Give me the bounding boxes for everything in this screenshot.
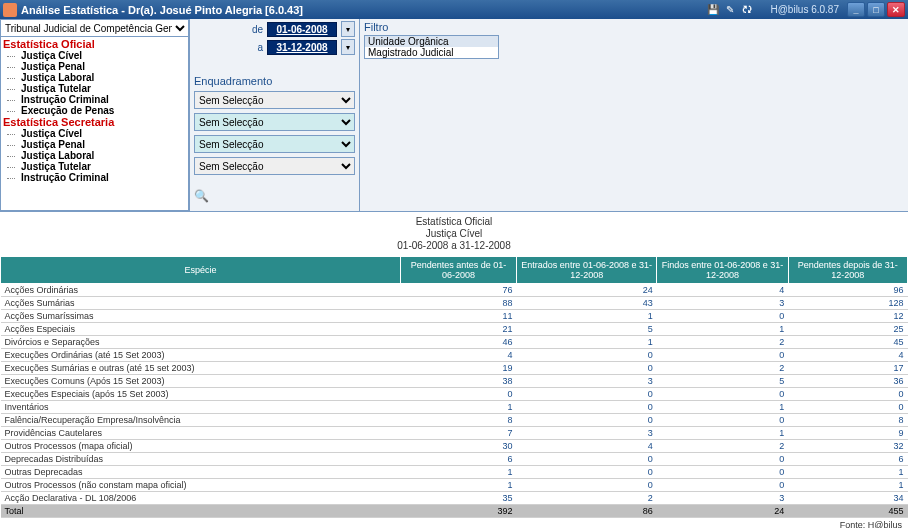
row-value: 0: [516, 479, 656, 492]
stat-tree[interactable]: Estatística Oficial Justiça Cível Justiç…: [0, 37, 189, 211]
row-label: Execuções Comuns (Após 15 Set 2003): [1, 375, 401, 388]
enq-select-3[interactable]: Sem Selecção: [194, 135, 355, 153]
enq-select-4[interactable]: Sem Selecção: [194, 157, 355, 175]
date-to-field[interactable]: 31-12-2008: [267, 40, 337, 55]
row-value: 19: [401, 362, 517, 375]
tree-item[interactable]: Justiça Cível: [3, 50, 186, 61]
row-value: 1: [657, 427, 788, 440]
row-value: 2: [657, 336, 788, 349]
row-value: 25: [788, 323, 907, 336]
row-value: 5: [657, 375, 788, 388]
enq-select-2[interactable]: Sem Selecção: [194, 113, 355, 131]
table-row: Outros Processos (não constam mapa ofici…: [1, 479, 908, 492]
table-row: Divórcios e Separações461245: [1, 336, 908, 349]
report-title-1: Estatística Oficial: [0, 216, 908, 228]
report-title-3: 01-06-2008 a 31-12-2008: [0, 240, 908, 252]
table-row: Acções Especiais215125: [1, 323, 908, 336]
row-value: 0: [657, 466, 788, 479]
table-total-row: Total3928624455: [1, 505, 908, 518]
enq-select-1[interactable]: Sem Selecção: [194, 91, 355, 109]
report-table: Espécie Pendentes antes de 01-06-2008 En…: [0, 256, 908, 518]
table-row: Outros Processos (mapa oficial)304232: [1, 440, 908, 453]
row-label: Divórcios e Separações: [1, 336, 401, 349]
row-value: 46: [401, 336, 517, 349]
row-value: 0: [657, 453, 788, 466]
row-value: 1: [516, 310, 656, 323]
row-value: 0: [516, 362, 656, 375]
filtro-item[interactable]: Unidade Orgânica: [365, 36, 498, 47]
row-value: 4: [788, 349, 907, 362]
minimize-button[interactable]: _: [847, 2, 865, 17]
tree-item[interactable]: Instrução Criminal: [3, 94, 186, 105]
window-title: Análise Estatística - Dr(a). Josué Pinto…: [21, 4, 706, 16]
titlebar: Análise Estatística - Dr(a). Josué Pinto…: [0, 0, 908, 19]
tree-item[interactable]: Justiça Penal: [3, 139, 186, 150]
tree-item[interactable]: Justiça Tutelar: [3, 83, 186, 94]
row-value: 0: [788, 401, 907, 414]
row-value: 17: [788, 362, 907, 375]
date-from-field[interactable]: 01-06-2008: [267, 22, 337, 37]
tree-group-secretaria[interactable]: Estatística Secretaria: [3, 116, 186, 128]
tree-item[interactable]: Justiça Tutelar: [3, 161, 186, 172]
filtro-list[interactable]: Unidade Orgânica Magistrado Judicial: [364, 35, 499, 59]
row-value: 35: [401, 492, 517, 505]
row-label: Acções Especiais: [1, 323, 401, 336]
date-from-label: de: [252, 24, 263, 35]
date-to-picker-icon[interactable]: ▾: [341, 39, 355, 55]
row-value: 0: [657, 388, 788, 401]
refresh-icon[interactable]: 🗘: [740, 3, 754, 17]
table-row: Deprecadas Distribuídas6006: [1, 453, 908, 466]
row-value: 32: [788, 440, 907, 453]
row-value: 34: [788, 492, 907, 505]
maximize-button[interactable]: □: [867, 2, 885, 17]
row-value: 2: [516, 492, 656, 505]
table-row: Providências Cautelares7319: [1, 427, 908, 440]
row-value: 128: [788, 297, 907, 310]
row-value: 1: [788, 479, 907, 492]
tree-item[interactable]: Justiça Laboral: [3, 72, 186, 83]
app-icon: [3, 3, 17, 17]
row-value: 11: [401, 310, 517, 323]
row-value: 3: [657, 297, 788, 310]
report-title-2: Justiça Cível: [0, 228, 908, 240]
date-from-picker-icon[interactable]: ▾: [341, 21, 355, 37]
table-row: Outras Deprecadas1001: [1, 466, 908, 479]
row-value: 2: [657, 440, 788, 453]
date-panel: de 01-06-2008 ▾ a 31-12-2008 ▾ Enquadram…: [190, 19, 360, 211]
row-value: 76: [401, 284, 517, 297]
table-row: Acções Sumárias88433128: [1, 297, 908, 310]
tree-item[interactable]: Execução de Penas: [3, 105, 186, 116]
row-value: 4: [657, 284, 788, 297]
col-especie: Espécie: [1, 257, 401, 284]
tree-item[interactable]: Instrução Criminal: [3, 172, 186, 183]
tree-item[interactable]: Justiça Penal: [3, 61, 186, 72]
filtro-item[interactable]: Magistrado Judicial: [365, 47, 498, 58]
row-value: 3: [516, 427, 656, 440]
total-value: 86: [516, 505, 656, 518]
tree-item[interactable]: Justiça Cível: [3, 128, 186, 139]
row-value: 0: [657, 479, 788, 492]
tree-group-oficial[interactable]: Estatística Oficial: [3, 38, 186, 50]
row-value: 0: [401, 388, 517, 401]
col-pend-depois: Pendentes depois de 31-12-2008: [788, 257, 907, 284]
table-row: Execuções Comuns (Após 15 Set 2003)38353…: [1, 375, 908, 388]
search-icon[interactable]: 🔍: [194, 189, 209, 203]
row-label: Outros Processos (mapa oficial): [1, 440, 401, 453]
col-entrados: Entrados entre 01-06-2008 e 31-12-2008: [516, 257, 656, 284]
row-value: 1: [657, 323, 788, 336]
col-pend-antes: Pendentes antes de 01-06-2008: [401, 257, 517, 284]
tool-icon[interactable]: ✎: [723, 3, 737, 17]
row-label: Falência/Recuperação Empresa/Insolvência: [1, 414, 401, 427]
table-row: Acção Declarativa - DL 108/2006352334: [1, 492, 908, 505]
tree-item[interactable]: Justiça Laboral: [3, 150, 186, 161]
save-icon[interactable]: 💾: [706, 3, 720, 17]
row-value: 0: [516, 453, 656, 466]
table-row: Acções Ordinárias7624496: [1, 284, 908, 297]
left-panel: Tribunal Judicial de Competência Genéric…: [0, 19, 190, 211]
row-label: Acções Sumárias: [1, 297, 401, 310]
close-button[interactable]: ✕: [887, 2, 905, 17]
table-row: Execuções Sumárias e outras (até 15 set …: [1, 362, 908, 375]
row-value: 24: [516, 284, 656, 297]
tribunal-select[interactable]: Tribunal Judicial de Competência Genéric: [0, 19, 189, 37]
toolbar-icons: 💾 ✎ 🗘: [706, 3, 754, 17]
